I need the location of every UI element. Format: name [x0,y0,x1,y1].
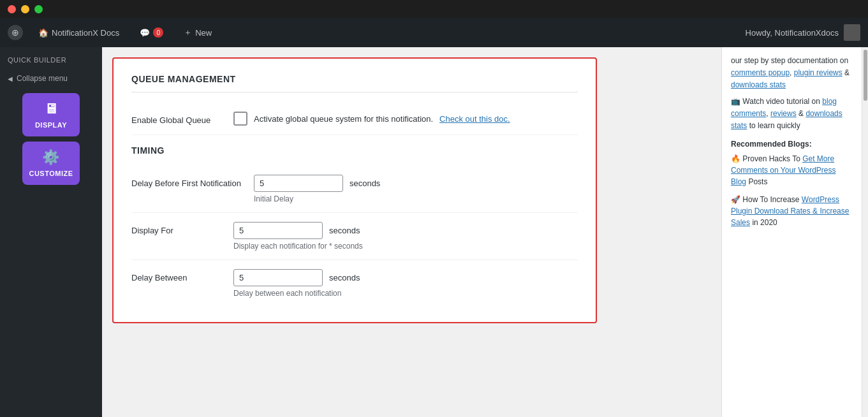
delay-between-inline: seconds [233,269,578,286]
collapse-menu-label: Collapse menu [17,74,68,83]
blog2-text: How To Increase [742,195,799,204]
blog2-after: in 2020 [752,218,777,227]
enable-global-queue-control: Activate global queue system for this no… [233,112,578,126]
recommended-blogs-heading: Recommended Blogs: [731,138,853,150]
sidebar-item-display[interactable]: 🖥 DISPLAY [22,93,80,136]
delay-between-unit: seconds [329,273,360,282]
blog-item-1: 🔥 Proven Hacks To Get More Comments on Y… [731,153,853,187]
monitor-icon: 🖥 [44,101,59,117]
scrollbar-thumb[interactable] [864,50,867,101]
comment-icon: 💬 [140,28,150,38]
reviews-link[interactable]: reviews [770,109,797,118]
enable-global-queue-label: Enable Global Queue [131,112,221,125]
timing-section: TIMING Delay Before First Notification s… [131,140,578,307]
site-name: NotificationX Docs [52,28,119,38]
enable-global-queue-inline: Activate global queue system for this no… [233,112,578,126]
wp-logo-icon[interactable]: ⊕ [8,25,23,40]
customize-label: CUSTOMIZE [29,170,73,177]
display-for-control: seconds Display each notification for * … [233,222,578,251]
comments-popup-link[interactable]: comments popup [731,68,790,77]
delay-before-first-hint: Initial Delay [254,194,578,203]
chevron-left-icon: ◀ [8,75,13,82]
plugin-reviews-link[interactable]: plugin reviews [794,68,842,77]
collapse-menu-button[interactable]: ◀ Collapse menu [0,70,102,87]
delay-before-first-label: Delay Before First Notification [131,175,241,188]
avatar [844,24,860,41]
delay-between-input[interactable] [233,269,323,286]
scrollbar[interactable] [862,47,868,417]
blog1-emoji: 🔥 [731,154,740,163]
right-panel: our step by step documentation on commen… [721,47,862,417]
sidebar: Quick Builder ◀ Collapse menu 🖥 DISPLAY … [0,47,102,417]
minimize-button[interactable] [21,5,29,13]
form-area: QUEUE MANAGEMENT Enable Global Queue Act… [102,47,721,417]
display-for-row: Display For seconds Display each notific… [131,213,578,260]
app-layout: Quick Builder ◀ Collapse menu 🖥 DISPLAY … [0,47,868,417]
enable-global-queue-checkbox[interactable] [233,112,247,126]
sidebar-item-customize[interactable]: ⚙️ CUSTOMIZE [22,142,80,185]
howdy-text: Howdy, NotificationXdocs [746,28,839,38]
display-label: DISPLAY [35,121,67,129]
admin-bar-new[interactable]: ＋ New [179,24,217,41]
admin-bar-home[interactable]: 🏠 NotificationX Docs [33,26,124,40]
right-panel-watch: 📺 Watch video tutorial on blog comments,… [731,96,853,133]
admin-bar-right: Howdy, NotificationXdocs [746,24,860,41]
delay-between-label: Delay Between [131,269,221,282]
display-for-input[interactable] [233,222,323,239]
display-for-unit: seconds [329,226,360,235]
display-for-hint: Display each notification for * seconds [233,242,578,251]
delay-before-first-unit: seconds [349,179,380,188]
right-panel-intro: our step by step documentation on commen… [731,55,853,92]
delay-between-hint: Delay between each notification [233,289,578,298]
quick-builder-label: Quick Builder [0,52,102,70]
check-out-doc-link[interactable]: Check out this doc. [439,114,510,124]
main-content: QUEUE MANAGEMENT Enable Global Queue Act… [102,47,868,417]
gear-icon: ⚙️ [42,149,60,166]
blog1-text: Proven Hacks To [742,154,800,163]
display-for-inline: seconds [233,222,578,239]
delay-between-control: seconds Delay between each notification [233,269,578,298]
admin-bar-comments[interactable]: 💬 0 [135,25,168,40]
display-for-label: Display For [131,222,221,235]
form-card: QUEUE MANAGEMENT Enable Global Queue Act… [112,57,597,323]
queue-management-title: QUEUE MANAGEMENT [131,74,578,92]
wp-admin-bar: ⊕ 🏠 NotificationX Docs 💬 0 ＋ New Howdy, … [0,18,868,47]
delay-between-row: Delay Between seconds Delay between each… [131,260,578,307]
new-label: New [195,28,212,38]
title-bar [0,0,868,18]
download-stats-link[interactable]: downloads stats [731,80,786,89]
sidebar-nav: 🖥 DISPLAY ⚙️ CUSTOMIZE [0,87,102,191]
enable-global-queue-row: Enable Global Queue Activate global queu… [131,103,578,135]
blog1-after: Posts [748,177,767,186]
blog2-emoji: 🚀 [731,195,740,204]
admin-bar-left: ⊕ 🏠 NotificationX Docs 💬 0 ＋ New [8,24,217,41]
blog-item-2: 🚀 How To Increase WordPress Plugin Downl… [731,194,853,228]
delay-before-first-inline: seconds [254,175,578,192]
delay-before-first-row: Delay Before First Notification seconds … [131,166,578,213]
enable-global-queue-desc: Activate global queue system for this no… [254,114,433,124]
close-button[interactable] [8,5,16,13]
comment-count: 0 [153,27,163,38]
delay-before-first-input[interactable] [254,175,343,192]
home-icon: 🏠 [38,28,48,38]
plus-icon: ＋ [184,27,192,38]
delay-before-first-control: seconds Initial Delay [254,175,578,203]
timing-title: TIMING [131,140,578,156]
maximize-button[interactable] [34,5,43,13]
